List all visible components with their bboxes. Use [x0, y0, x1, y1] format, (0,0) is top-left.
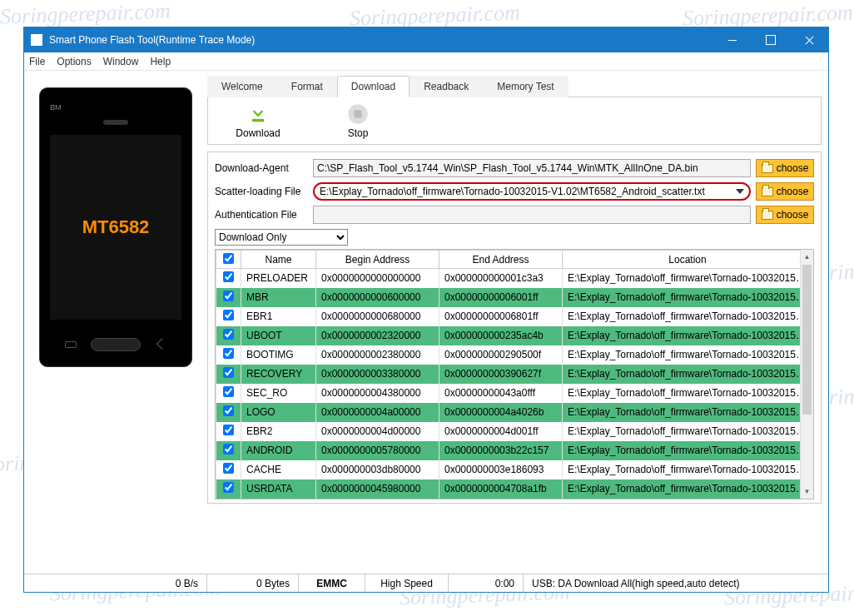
tab-bar: WelcomeFormatDownloadReadbackMemory Test	[207, 76, 822, 97]
download-agent-input[interactable]	[313, 159, 751, 177]
titlebar[interactable]: Smart Phone Flash Tool(Runtime Trace Mod…	[24, 27, 828, 52]
cell-name: RECOVERY	[241, 365, 316, 384]
row-checkbox[interactable]	[223, 348, 234, 359]
row-checkbox[interactable]	[223, 291, 234, 301]
col-loc[interactable]: Location	[563, 251, 813, 269]
tab-download[interactable]: Download	[337, 76, 410, 97]
select-all-checkbox[interactable]	[223, 253, 234, 264]
cell-begin: 0x0000000000600000	[316, 288, 439, 307]
cell-begin: 0x0000000002320000	[316, 326, 439, 345]
statusbar: 0 B/s 0 Bytes EMMC High Speed 0:00 USB: …	[24, 574, 828, 592]
scroll-thumb[interactable]	[802, 265, 812, 415]
table-scrollbar[interactable]: ▲ ▼	[800, 250, 813, 499]
sidebar: BM MT6582	[24, 71, 207, 574]
row-checkbox[interactable]	[223, 405, 234, 416]
download-button[interactable]: Download	[208, 102, 308, 139]
cell-end: 0x00000000006001ff	[439, 288, 563, 307]
row-checkbox[interactable]	[223, 444, 234, 455]
col-begin[interactable]: Begin Address	[316, 251, 439, 269]
phone-preview: BM MT6582	[39, 87, 192, 367]
stop-button[interactable]: Stop	[308, 102, 408, 139]
cell-begin: 0x0000000002380000	[316, 345, 439, 365]
table-row[interactable]: PRELOADER0x00000000000000000x00000000000…	[216, 269, 813, 288]
watermark: Soringperepair.com	[0, 0, 171, 30]
row-checkbox[interactable]	[223, 482, 234, 493]
row-checkbox[interactable]	[223, 310, 234, 320]
row-checkbox[interactable]	[223, 386, 234, 397]
maximize-button[interactable]	[752, 27, 790, 52]
col-end[interactable]: End Address	[439, 251, 563, 269]
menu-options[interactable]: Options	[57, 56, 91, 67]
svg-rect-0	[252, 119, 264, 122]
row-checkbox[interactable]	[223, 271, 234, 282]
table-row[interactable]: RECOVERY0x00000000033800000x000000000390…	[216, 365, 813, 384]
table-row[interactable]: EBR10x00000000006800000x00000000006801ff…	[216, 307, 813, 326]
cell-name: PRELOADER	[241, 269, 316, 288]
cell-begin: 0x0000000004380000	[316, 384, 439, 403]
table-row[interactable]: CACHE0x000000003db800000x000000003e18609…	[216, 460, 813, 479]
menubar: File Options Window Help	[24, 52, 828, 71]
close-button[interactable]	[790, 27, 828, 52]
table-row[interactable]: MBR0x00000000006000000x00000000006001ffE…	[216, 288, 813, 307]
cell-begin: 0x0000000004d00000	[316, 422, 439, 441]
svg-rect-2	[354, 110, 361, 117]
cell-begin: 0x0000000000680000	[316, 307, 439, 326]
tab-readback[interactable]: Readback	[410, 76, 483, 97]
cell-end: 0x000000000390627f	[439, 365, 563, 384]
tab-format[interactable]: Format	[277, 76, 337, 97]
choose-scatter-button[interactable]: choose	[756, 182, 814, 201]
cell-begin: 0x0000000005780000	[316, 441, 439, 460]
cell-name: UBOOT	[241, 326, 316, 345]
scatter-file-label: Scatter-loading File	[215, 186, 308, 197]
table-row[interactable]: UBOOT0x00000000023200000x000000000235ac4…	[216, 326, 813, 345]
choose-da-button[interactable]: choose	[756, 159, 814, 177]
table-row[interactable]: ANDROID0x00000000057800000x0000000003b22…	[216, 441, 813, 460]
cell-end: 0x0000000003b22c157	[439, 441, 563, 460]
folder-icon	[762, 187, 773, 196]
menu-help[interactable]: Help	[150, 56, 171, 67]
tab-welcome[interactable]: Welcome	[207, 76, 277, 97]
row-checkbox[interactable]	[223, 367, 234, 378]
config-panel: Download-Agent choose Scatter-loading Fi…	[207, 152, 822, 504]
download-mode-select[interactable]: Download Only	[215, 229, 348, 246]
cell-end: 0x000000000290500f	[439, 345, 563, 365]
cell-loc: E:\Explay_Tornado\off_firmware\Tornado-1…	[563, 326, 813, 345]
cell-loc: E:\Explay_Tornado\off_firmware\Tornado-1…	[563, 307, 813, 326]
status-speed: 0 B/s	[24, 574, 207, 592]
row-checkbox[interactable]	[223, 463, 234, 474]
cell-name: CACHE	[241, 460, 316, 479]
download-button-label: Download	[236, 127, 280, 139]
stop-icon	[346, 102, 370, 126]
col-checkbox[interactable]	[216, 251, 241, 269]
scatter-file-input[interactable]	[316, 184, 732, 199]
toolbar: Download Stop	[207, 97, 822, 145]
col-name[interactable]: Name	[241, 251, 316, 269]
scroll-up-icon[interactable]: ▲	[801, 250, 813, 263]
table-row[interactable]: USRDATA0x00000000459800000x0000000004708…	[216, 479, 813, 499]
choose-auth-button[interactable]: choose	[756, 206, 814, 224]
table-row[interactable]: LOGO0x0000000004a000000x0000000004a4026b…	[216, 403, 813, 422]
table-row[interactable]: EBR20x0000000004d000000x0000000004d001ff…	[216, 422, 813, 441]
row-checkbox[interactable]	[223, 425, 234, 435]
phone-nav-left-icon	[65, 341, 77, 348]
cell-name: MBR	[241, 288, 316, 307]
row-checkbox[interactable]	[223, 329, 234, 340]
auth-file-label: Authentication File	[215, 209, 308, 221]
table-row[interactable]: BOOTIMG0x00000000023800000x0000000002905…	[216, 345, 813, 365]
window-title: Smart Phone Flash Tool(Runtime Trace Mod…	[49, 34, 713, 46]
cell-loc: E:\Explay_Tornado\off_firmware\Tornado-1…	[563, 422, 813, 441]
cell-loc: E:\Explay_Tornado\off_firmware\Tornado-1…	[563, 345, 813, 365]
chevron-down-icon	[736, 189, 744, 194]
minimize-button[interactable]	[713, 27, 752, 52]
folder-icon	[762, 211, 773, 220]
download-arrow-icon	[246, 102, 270, 126]
cell-end: 0x00000000006801ff	[439, 307, 563, 326]
auth-file-input[interactable]	[313, 206, 751, 224]
scatter-dropdown-button[interactable]	[732, 184, 747, 199]
scroll-down-icon[interactable]: ▼	[801, 485, 813, 499]
menu-file[interactable]: File	[29, 56, 45, 67]
table-row[interactable]: SEC_RO0x00000000043800000x00000000043a0f…	[216, 384, 813, 403]
menu-window[interactable]: Window	[103, 56, 139, 67]
download-agent-label: Download-Agent	[215, 162, 308, 174]
tab-memory-test[interactable]: Memory Test	[483, 76, 568, 97]
